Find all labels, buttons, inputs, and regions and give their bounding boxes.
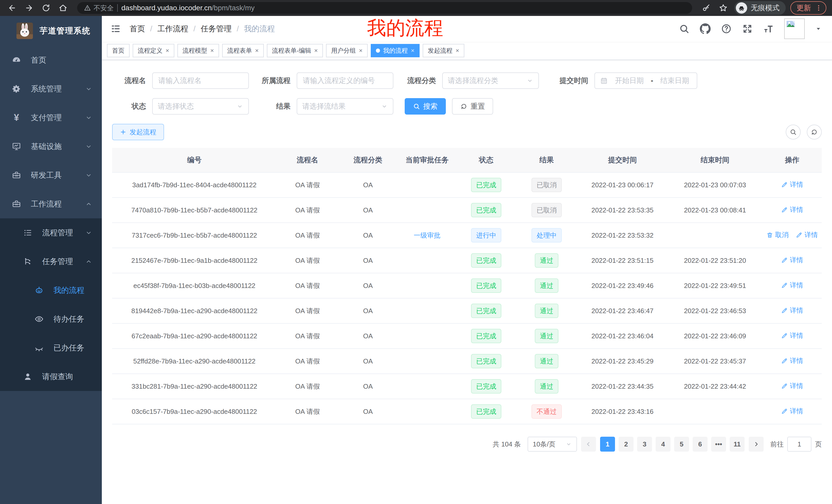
detail-action-link[interactable]: 详情: [781, 331, 803, 340]
tab-process-form-edit[interactable]: 流程表单-编辑×: [267, 44, 323, 57]
cell-status: 已完成: [457, 253, 516, 268]
process-category-select[interactable]: 请选择流程分类: [442, 73, 539, 89]
github-link-button[interactable]: [700, 23, 711, 34]
cell-process-category: OA: [338, 307, 397, 315]
detail-action-link[interactable]: 详情: [781, 281, 803, 290]
breadcrumb-home[interactable]: 首页: [130, 24, 145, 34]
result-select[interactable]: 请选择流结果: [297, 98, 393, 115]
show-search-toggle-button[interactable]: [786, 124, 801, 139]
tab-process-model[interactable]: 流程模型×: [177, 44, 219, 57]
goto-unit-label: 页: [815, 440, 822, 449]
cell-process-name: OA 请假: [277, 407, 338, 416]
page-button-2[interactable]: 2: [619, 437, 633, 452]
app-title: 芋道管理系统: [40, 25, 90, 36]
next-page-button[interactable]: [749, 437, 763, 452]
page-button-1[interactable]: 1: [600, 437, 615, 452]
update-label: 更新: [797, 3, 811, 13]
sidebar-item-home[interactable]: 首页: [0, 46, 102, 75]
goto-page-input[interactable]: [787, 437, 811, 452]
header-search-button[interactable]: [679, 23, 690, 34]
page-size-select[interactable]: 10条/页: [527, 437, 577, 452]
page-button-4[interactable]: 4: [656, 437, 671, 452]
password-key-button[interactable]: [699, 1, 713, 15]
sidebar-item-system-management[interactable]: 系统管理: [0, 75, 102, 103]
process-definition-input[interactable]: [297, 73, 393, 89]
tab-start-process[interactable]: 发起流程×: [423, 44, 464, 57]
sidebar-item-workflow[interactable]: 工作流程: [0, 190, 102, 218]
browser-back-button[interactable]: [5, 1, 19, 15]
refresh-table-button[interactable]: [807, 124, 822, 139]
cancel-action-link[interactable]: 取消: [766, 230, 788, 240]
status-select[interactable]: 请选择状态: [152, 98, 249, 115]
forward-arrow-icon: [25, 4, 33, 12]
tab-close-icon[interactable]: ×: [255, 48, 259, 54]
home-icon: [59, 4, 67, 12]
status-label: 状态: [112, 102, 152, 111]
sidebar-item-label: 工作流程: [31, 199, 62, 209]
sidebar-toggle-button[interactable]: [109, 23, 122, 35]
reset-button[interactable]: 重置: [452, 98, 493, 115]
browser-reload-button[interactable]: [39, 1, 53, 15]
current-task-link[interactable]: 一级审批: [414, 231, 440, 239]
sidebar-item-label: 请假查询: [42, 371, 73, 382]
tab-close-icon[interactable]: ×: [314, 48, 318, 54]
url-domain: dashboard.yudao.iocoder.cn: [121, 4, 212, 12]
sidebar-item-my-process[interactable]: 我的流程: [0, 276, 102, 305]
browser-home-button[interactable]: [56, 1, 70, 15]
page-button-3[interactable]: 3: [637, 437, 652, 452]
font-size-icon: [763, 23, 774, 34]
avatar-dropdown-caret[interactable]: [815, 25, 822, 32]
detail-action-link[interactable]: 详情: [781, 256, 803, 264]
sidebar-item-infrastructure[interactable]: 基础设施: [0, 132, 102, 161]
tab-close-icon[interactable]: ×: [411, 48, 414, 54]
browser-forward-button[interactable]: [22, 1, 36, 15]
tab-process-def[interactable]: 流程定义×: [133, 44, 174, 57]
security-status[interactable]: 不安全: [84, 4, 114, 12]
more-pages-button[interactable]: •••: [711, 437, 726, 452]
sidebar-item-leave-query[interactable]: 请假查询: [0, 362, 102, 391]
bookmark-star-button[interactable]: [716, 1, 730, 15]
fullscreen-button[interactable]: [742, 23, 753, 34]
detail-action-link[interactable]: 详情: [781, 356, 803, 365]
detail-action-link[interactable]: 详情: [796, 230, 818, 240]
submit-time-range-picker[interactable]: 开始日期 - 结束日期: [594, 73, 697, 89]
sidebar-item-process-management[interactable]: 流程管理: [0, 218, 102, 247]
sidebar-item-todo-tasks[interactable]: 待办任务: [0, 305, 102, 333]
browser-update-menu[interactable]: 更新: [790, 1, 826, 15]
tab-process-form[interactable]: 流程表单×: [222, 44, 264, 57]
breadcrumb-task-management[interactable]: 任务管理: [201, 24, 232, 34]
tab-my-process[interactable]: 我的流程×: [371, 44, 420, 57]
sidebar: 芋道管理系统 首页系统管理¥支付管理基础设施研发工具工作流程流程管理任务管理我的…: [0, 16, 102, 504]
page-button-11[interactable]: 11: [730, 437, 745, 452]
detail-action-link[interactable]: 详情: [781, 180, 803, 189]
page-button-6[interactable]: 6: [693, 437, 707, 452]
sidebar-item-task-management[interactable]: 任务管理: [0, 247, 102, 276]
help-button[interactable]: [721, 23, 732, 34]
tab-close-icon[interactable]: ×: [165, 48, 169, 54]
sidebar-item-done-tasks[interactable]: 已办任务: [0, 333, 102, 362]
sidebar-item-payment-management[interactable]: ¥支付管理: [0, 103, 102, 132]
address-bar[interactable]: 不安全 dashboard.yudao.iocoder.cn/bpm/task/…: [77, 2, 692, 14]
page-button-5[interactable]: 5: [674, 437, 689, 452]
tab-close-icon[interactable]: ×: [456, 48, 459, 54]
create-process-button[interactable]: 发起流程: [112, 124, 164, 140]
tab-close-icon[interactable]: ×: [359, 48, 363, 54]
detail-action-link[interactable]: 详情: [781, 306, 803, 315]
sidebar-item-dev-tools[interactable]: 研发工具: [0, 161, 102, 190]
search-button[interactable]: 搜索: [405, 98, 446, 115]
tab-home[interactable]: 首页: [107, 44, 130, 57]
user-avatar[interactable]: [784, 19, 805, 39]
table-header-col-3: 当前审批任务: [397, 155, 457, 165]
tab-user-group[interactable]: 用户分组×: [326, 44, 368, 57]
process-name-input[interactable]: [152, 73, 249, 89]
tab-label: 流程表单-编辑: [272, 47, 311, 55]
tab-close-icon[interactable]: ×: [210, 48, 214, 54]
detail-action-link[interactable]: 详情: [781, 205, 803, 214]
font-size-button[interactable]: [763, 23, 774, 34]
breadcrumb-workflow[interactable]: 工作流程: [157, 24, 188, 34]
process-name-label: 流程名: [112, 76, 152, 86]
table-header-col-4: 状态: [457, 155, 516, 165]
prev-page-button[interactable]: [581, 437, 596, 452]
detail-action-link[interactable]: 详情: [781, 382, 803, 390]
detail-action-link[interactable]: 详情: [781, 407, 803, 416]
